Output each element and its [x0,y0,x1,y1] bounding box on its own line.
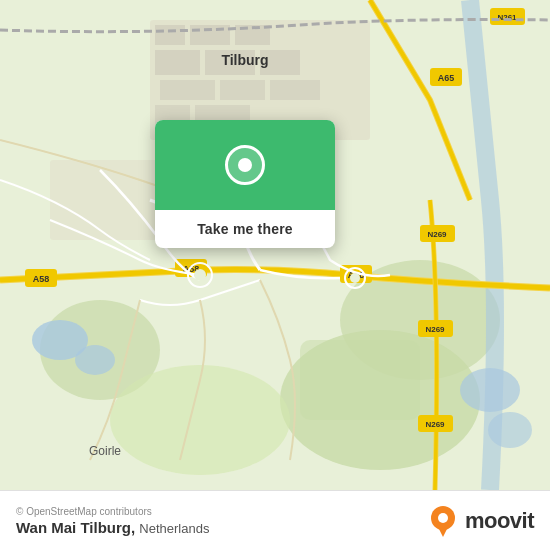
svg-text:Tilburg: Tilburg [221,52,268,68]
svg-rect-11 [155,25,185,45]
take-me-there-button[interactable]: Take me there [197,221,293,237]
country-text: Netherlands [139,521,209,536]
moovit-logo: moovit [427,505,534,537]
svg-point-44 [350,273,360,283]
svg-point-46 [438,513,448,523]
svg-text:A65: A65 [438,73,455,83]
bottom-left: © OpenStreetMap contributors Wan Mai Til… [16,506,209,536]
svg-rect-14 [155,50,200,75]
svg-text:N269: N269 [425,325,445,334]
location-pin [225,145,265,185]
svg-point-7 [75,345,115,375]
moovit-text: moovit [465,508,534,534]
svg-rect-12 [190,25,230,45]
map-container: A58 A58 A58 A65 N269 N269 N269 N261 [0,0,550,490]
svg-text:Goirle: Goirle [89,444,121,458]
pin-outer-circle [225,145,265,185]
popup-top [155,120,335,210]
svg-text:A58: A58 [33,274,50,284]
svg-rect-18 [220,80,265,100]
popup-bottom[interactable]: Take me there [155,210,335,248]
svg-text:N269: N269 [425,420,445,429]
svg-point-42 [194,269,206,281]
location-name-text: Wan Mai Tilburg [16,519,131,536]
location-name: Wan Mai Tilburg, Netherlands [16,519,209,536]
svg-rect-5 [300,340,420,420]
pin-inner-circle [238,158,252,172]
copyright-text: © OpenStreetMap contributors [16,506,209,517]
svg-text:N269: N269 [427,230,447,239]
popup-card: Take me there [155,120,335,248]
svg-rect-17 [160,80,215,100]
moovit-icon [427,505,459,537]
bottom-bar: © OpenStreetMap contributors Wan Mai Til… [0,490,550,550]
svg-rect-19 [270,80,320,100]
